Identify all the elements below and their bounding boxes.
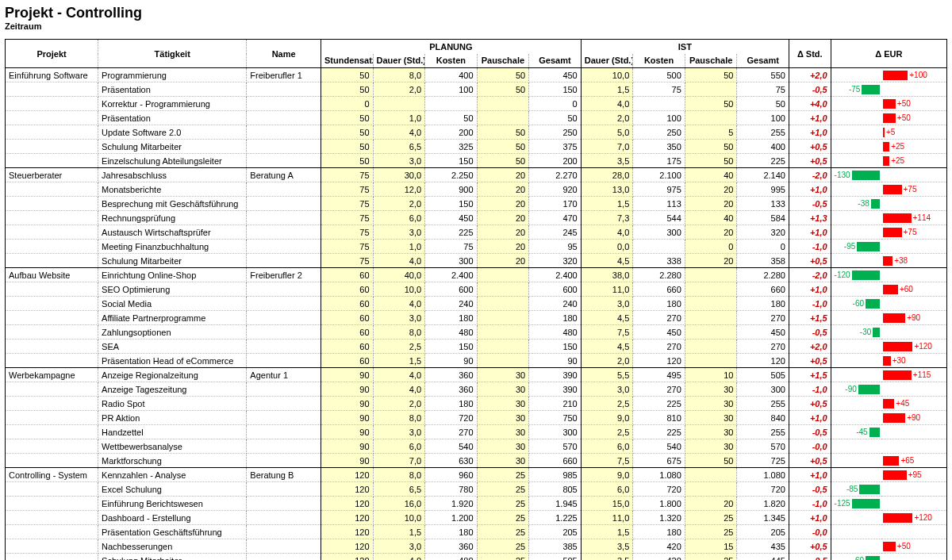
cell-projekt bbox=[6, 111, 98, 125]
delta-eur-neg bbox=[831, 439, 881, 454]
cell-pkost: 900 bbox=[425, 182, 478, 197]
col-pkosten: Kosten bbox=[425, 54, 478, 68]
cell-ppau bbox=[477, 268, 529, 282]
table-row: SteuerberaterJahresabschlussBeratung A75… bbox=[6, 168, 947, 182]
delta-eur-neg bbox=[831, 311, 881, 325]
cell-iges: 435 bbox=[737, 539, 789, 554]
delta-eur-pos bbox=[881, 297, 946, 311]
cell-dstd: -0,5 bbox=[789, 197, 831, 211]
delta-eur-neg bbox=[831, 225, 881, 240]
cell-ikost: 2.280 bbox=[633, 268, 685, 282]
cell-pges: 150 bbox=[529, 339, 582, 354]
delta-eur-neg: -60 bbox=[831, 554, 881, 561]
cell-rate: 60 bbox=[321, 297, 373, 311]
cell-pges: 600 bbox=[529, 282, 582, 297]
delta-eur-pos: +45 bbox=[881, 397, 946, 411]
cell-iges: 225 bbox=[737, 154, 789, 168]
table-row: Anzeige Tageszeitung904,0360303903,02703… bbox=[6, 382, 947, 397]
cell-dstd: -1,0 bbox=[789, 382, 831, 397]
cell-pkost: 200 bbox=[425, 125, 478, 140]
cell-idur: 3,0 bbox=[581, 297, 633, 311]
cell-dstd: +0,5 bbox=[789, 140, 831, 154]
table-row: PR Aktion908,0720307509,081030840+1,0+90 bbox=[6, 411, 947, 425]
cell-ppau: 30 bbox=[477, 425, 529, 439]
cell-projekt: Controlling - System bbox=[6, 468, 98, 482]
cell-projekt bbox=[6, 397, 98, 411]
cell-dstd: +0,5 bbox=[789, 397, 831, 411]
cell-task: Präsentation bbox=[98, 82, 247, 97]
cell-rate: 120 bbox=[321, 554, 373, 561]
cell-dstd: -0,5 bbox=[789, 554, 831, 561]
cell-dstd: -0,5 bbox=[789, 325, 831, 339]
cell-iges: 75 bbox=[737, 82, 789, 97]
delta-eur-neg bbox=[831, 140, 881, 154]
col-ipauschale: Pauschale bbox=[685, 54, 737, 68]
cell-pdur: 2,0 bbox=[373, 197, 425, 211]
cell-name bbox=[247, 397, 321, 411]
table-row: Marktforschung907,0630306607,567550725+0… bbox=[6, 454, 947, 468]
cell-idur: 13,0 bbox=[581, 182, 633, 197]
cell-pdur: 4,0 bbox=[373, 254, 425, 268]
cell-task: Präsentation bbox=[98, 111, 247, 125]
cell-rate: 60 bbox=[321, 339, 373, 354]
col-planung: PLANUNG bbox=[321, 40, 581, 54]
cell-pkost: 325 bbox=[425, 140, 478, 154]
cell-projekt bbox=[6, 240, 98, 254]
delta-eur-pos: +5 bbox=[881, 125, 946, 140]
cell-pdur: 3,0 bbox=[373, 154, 425, 168]
cell-idur: 1,5 bbox=[581, 197, 633, 211]
cell-ipau bbox=[685, 482, 737, 497]
cell-pkost: 1.920 bbox=[425, 497, 478, 511]
cell-pdur: 3,0 bbox=[373, 425, 425, 439]
table-row: SEA602,51501504,5270270+2,0+120 bbox=[6, 339, 947, 354]
cell-name bbox=[247, 525, 321, 539]
cell-pkost: 270 bbox=[425, 425, 478, 439]
cell-idur: 4,0 bbox=[581, 225, 633, 240]
cell-projekt bbox=[6, 182, 98, 197]
cell-ikost: 225 bbox=[633, 397, 685, 411]
cell-pkost: 300 bbox=[425, 254, 478, 268]
cell-ikost: 350 bbox=[633, 140, 685, 154]
cell-pkost: 180 bbox=[425, 311, 478, 325]
delta-eur-neg bbox=[831, 368, 881, 382]
cell-name bbox=[247, 354, 321, 368]
table-row: Präsentation Geschäftsführung1201,518025… bbox=[6, 525, 947, 539]
cell-name bbox=[247, 97, 321, 111]
cell-pdur: 4,0 bbox=[373, 382, 425, 397]
cell-iges: 2.280 bbox=[737, 268, 789, 282]
table-row: Affiliate Partnerprogramme603,01801804,5… bbox=[6, 311, 947, 325]
cell-idur: 4,5 bbox=[581, 254, 633, 268]
cell-projekt bbox=[6, 539, 98, 554]
delta-eur-neg: -95 bbox=[831, 240, 881, 254]
cell-pdur: 8,0 bbox=[373, 68, 425, 82]
cell-iges: 570 bbox=[737, 439, 789, 454]
table-row: Meeting Finanzbuchhaltung751,07520950,00… bbox=[6, 240, 947, 254]
cell-rate: 90 bbox=[321, 382, 373, 397]
cell-task: Einzelschulung Abteilungsleiter bbox=[98, 154, 247, 168]
cell-ikost bbox=[633, 97, 685, 111]
cell-ipau: 50 bbox=[685, 97, 737, 111]
cell-pges: 390 bbox=[529, 382, 582, 397]
table-row: Handzettel903,0270303002,522530255-0,5-4… bbox=[6, 425, 947, 439]
cell-pdur: 8,0 bbox=[373, 411, 425, 425]
cell-dstd: -1,0 bbox=[789, 497, 831, 511]
cell-ikost: 450 bbox=[633, 325, 685, 339]
table-row: Dashboard - Erstellung12010,01.200251.22… bbox=[6, 511, 947, 525]
cell-idur: 3,0 bbox=[581, 382, 633, 397]
cell-pdur: 12,0 bbox=[373, 182, 425, 197]
cell-idur: 1,5 bbox=[581, 525, 633, 539]
cell-name: Freiberufler 2 bbox=[247, 268, 321, 282]
cell-ipau: 0 bbox=[685, 240, 737, 254]
cell-pdur: 4,0 bbox=[373, 125, 425, 140]
cell-ikost bbox=[633, 240, 685, 254]
cell-task: Rechnungsprüfung bbox=[98, 211, 247, 225]
cell-dstd: +0,5 bbox=[789, 539, 831, 554]
cell-ppau: 20 bbox=[477, 211, 529, 225]
table-row: Einzelschulung Abteilungsleiter503,01505… bbox=[6, 154, 947, 168]
cell-ppau: 50 bbox=[477, 68, 529, 82]
cell-ipau: 25 bbox=[685, 511, 737, 525]
cell-name bbox=[247, 425, 321, 439]
table-row: Schulung Mitarbeiter1204,0480255053,5420… bbox=[6, 554, 947, 561]
cell-pdur: 6,5 bbox=[373, 482, 425, 497]
cell-pkost: 1.200 bbox=[425, 511, 478, 525]
